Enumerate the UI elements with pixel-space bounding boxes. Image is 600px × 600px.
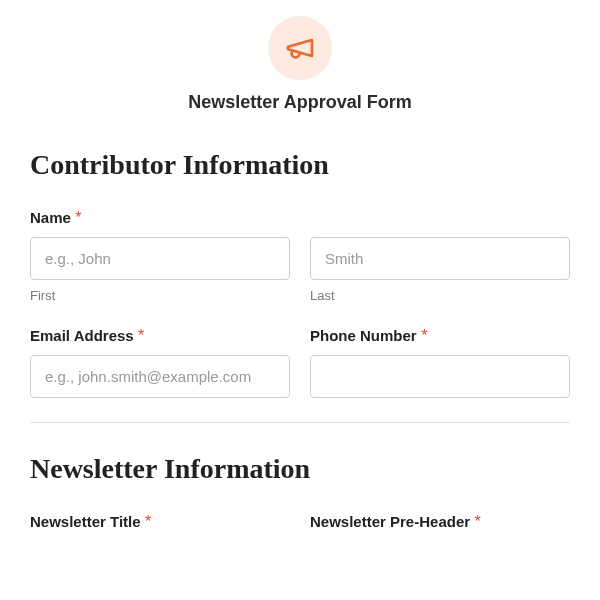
newsletter-preheader-label: Newsletter Pre-Header	[310, 513, 470, 530]
last-name-input[interactable]	[310, 237, 570, 280]
last-name-sublabel: Last	[310, 288, 570, 303]
required-marker: *	[145, 513, 151, 530]
email-label: Email Address	[30, 327, 134, 344]
newsletter-title-label: Newsletter Title	[30, 513, 141, 530]
first-name-sublabel: First	[30, 288, 290, 303]
phone-input[interactable]	[310, 355, 570, 398]
required-marker: *	[421, 327, 427, 344]
email-input[interactable]	[30, 355, 290, 398]
section-heading-newsletter: Newsletter Information	[30, 453, 570, 485]
form-header: Newsletter Approval Form	[30, 16, 570, 113]
name-label: Name	[30, 209, 71, 226]
required-marker: *	[75, 209, 81, 226]
form-title: Newsletter Approval Form	[30, 92, 570, 113]
name-field-group: Name * First Last	[30, 209, 570, 303]
required-marker: *	[138, 327, 144, 344]
section-divider	[30, 422, 570, 423]
section-heading-contributor: Contributor Information	[30, 149, 570, 181]
phone-label: Phone Number	[310, 327, 417, 344]
required-marker: *	[475, 513, 481, 530]
megaphone-icon	[268, 16, 332, 80]
first-name-input[interactable]	[30, 237, 290, 280]
